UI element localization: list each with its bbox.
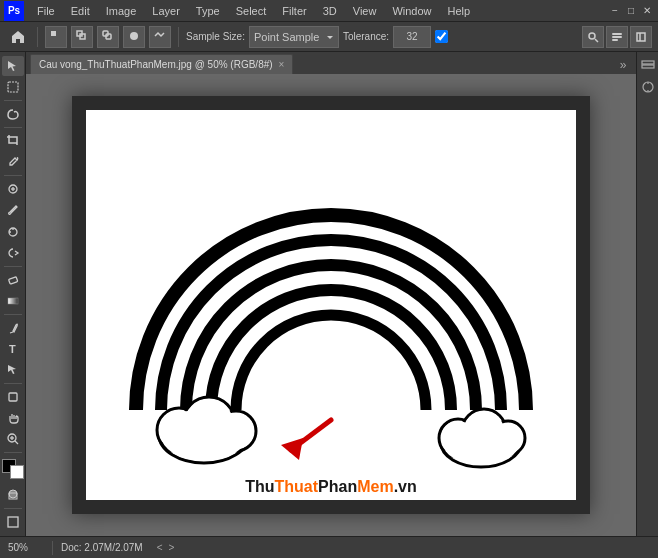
tool-spot-healing[interactable] xyxy=(2,179,24,199)
tool-crop[interactable] xyxy=(2,131,24,151)
svg-rect-54 xyxy=(642,65,654,68)
tool-path-selection[interactable] xyxy=(2,360,24,380)
search-icon-btn[interactable] xyxy=(582,26,604,48)
menu-help[interactable]: Help xyxy=(441,3,478,19)
menu-window[interactable]: Window xyxy=(385,3,438,19)
toolbar-divider-6 xyxy=(4,383,22,384)
options-bar: Sample Size: Point Sample Tolerance: xyxy=(0,22,658,52)
layers-panel-btn[interactable] xyxy=(639,56,657,74)
status-bar: 50% Doc: 2.07M/2.07M < > xyxy=(0,536,658,558)
menu-bar: Ps File Edit Image Layer Type Select Fil… xyxy=(0,0,658,22)
svg-marker-13 xyxy=(8,61,16,71)
menu-filter[interactable]: Filter xyxy=(275,3,313,19)
tab-title: Cau vong_ThuThuatPhanMem.jpg @ 50% (RGB/… xyxy=(39,59,273,70)
separator-2 xyxy=(178,27,179,47)
doc-size: Doc: 2.07M/2.07M xyxy=(61,542,143,553)
anti-alias-checkbox-area xyxy=(435,30,448,43)
rainbow-image xyxy=(86,110,576,500)
nav-left-btn[interactable]: < xyxy=(155,542,165,553)
tab-scroll-right[interactable]: » xyxy=(614,56,632,74)
tool-text[interactable]: T xyxy=(2,339,24,359)
minimize-button[interactable]: − xyxy=(608,4,622,18)
svg-rect-9 xyxy=(612,36,622,38)
toolbar-divider-8 xyxy=(4,508,22,509)
separator-1 xyxy=(37,27,38,47)
tool-shape[interactable] xyxy=(2,387,24,407)
toolbar-divider-1 xyxy=(4,100,22,101)
options-icon-btn1[interactable] xyxy=(606,26,628,48)
svg-rect-14 xyxy=(8,82,18,92)
adjustments-panel-btn[interactable] xyxy=(639,78,657,96)
tool-eyedropper[interactable] xyxy=(2,152,24,172)
anti-alias-checkbox[interactable] xyxy=(435,30,448,43)
tab-close-btn[interactable]: × xyxy=(279,59,285,70)
tool-history-brush[interactable] xyxy=(2,243,24,263)
tool-move[interactable] xyxy=(2,56,24,76)
menu-edit[interactable]: Edit xyxy=(64,3,97,19)
canvas-viewport[interactable]: ThuThuatPhanMem.vn xyxy=(26,74,636,536)
tool-quick-mask[interactable] xyxy=(2,485,24,505)
menu-image[interactable]: Image xyxy=(99,3,144,19)
sample-icon-btn1[interactable] xyxy=(71,26,93,48)
svg-line-23 xyxy=(10,332,13,333)
sample-icon-btn4[interactable] xyxy=(149,26,171,48)
svg-rect-11 xyxy=(637,33,645,41)
nav-right-btn[interactable]: > xyxy=(167,542,177,553)
right-panel xyxy=(636,52,658,536)
menu-3d[interactable]: 3D xyxy=(316,3,344,19)
options-right-icons xyxy=(582,26,652,48)
status-divider xyxy=(52,541,53,555)
svg-rect-4 xyxy=(106,34,111,39)
svg-rect-26 xyxy=(9,393,17,401)
tool-brush[interactable] xyxy=(2,200,24,220)
toolbar-divider-4 xyxy=(4,266,22,267)
tool-lasso[interactable] xyxy=(2,104,24,124)
ps-logo: Ps xyxy=(4,1,24,21)
canvas-area: Cau vong_ThuThuatPhanMem.jpg @ 50% (RGB/… xyxy=(26,52,636,536)
maximize-button[interactable]: □ xyxy=(624,4,638,18)
toolbar-divider-2 xyxy=(4,127,22,128)
window-controls: − □ ✕ xyxy=(608,4,654,18)
zoom-level: 50% xyxy=(8,542,44,553)
tab-bar: Cau vong_ThuThuatPhanMem.jpg @ 50% (RGB/… xyxy=(26,52,636,74)
options-icon-btn2[interactable] xyxy=(630,26,652,48)
tolerance-label: Tolerance: xyxy=(343,31,389,42)
svg-rect-33 xyxy=(8,517,18,527)
menu-view[interactable]: View xyxy=(346,3,384,19)
svg-point-50 xyxy=(493,423,523,453)
tool-clone-stamp[interactable] xyxy=(2,221,24,241)
tolerance-input[interactable] xyxy=(393,26,431,48)
background-color[interactable] xyxy=(10,465,24,479)
svg-rect-53 xyxy=(642,61,654,64)
menu-items: File Edit Image Layer Type Select Filter… xyxy=(30,3,477,19)
svg-text:T: T xyxy=(9,343,16,355)
tool-gradient[interactable] xyxy=(2,291,24,311)
svg-marker-25 xyxy=(8,365,16,374)
toolbar-divider-3 xyxy=(4,175,22,176)
svg-point-42 xyxy=(218,413,254,449)
tool-eraser[interactable] xyxy=(2,270,24,290)
color-swatches[interactable] xyxy=(2,459,24,479)
tool-selection[interactable] xyxy=(2,77,24,97)
sample-icon-btn3[interactable] xyxy=(123,26,145,48)
tool-screen-mode[interactable] xyxy=(2,512,24,532)
eyedropper-icon-btn[interactable] xyxy=(45,26,67,48)
svg-rect-10 xyxy=(612,39,618,41)
sample-size-dropdown[interactable]: Point Sample xyxy=(249,26,339,48)
menu-file[interactable]: File xyxy=(30,3,62,19)
close-button[interactable]: ✕ xyxy=(640,4,654,18)
menu-type[interactable]: Type xyxy=(189,3,227,19)
tool-pen[interactable] xyxy=(2,318,24,338)
home-button[interactable] xyxy=(6,25,30,49)
svg-rect-8 xyxy=(612,33,622,35)
tool-hand[interactable] xyxy=(2,408,24,428)
tool-zoom[interactable] xyxy=(2,429,24,449)
sample-icon-btn2[interactable] xyxy=(97,26,119,48)
document-tab[interactable]: Cau vong_ThuThuatPhanMem.jpg @ 50% (RGB/… xyxy=(30,54,293,74)
menu-select[interactable]: Select xyxy=(229,3,274,19)
left-toolbar: T xyxy=(0,52,26,536)
canvas-frame: ThuThuatPhanMem.vn xyxy=(72,96,590,514)
svg-line-28 xyxy=(15,441,18,444)
menu-layer[interactable]: Layer xyxy=(145,3,187,19)
svg-rect-22 xyxy=(8,298,18,304)
